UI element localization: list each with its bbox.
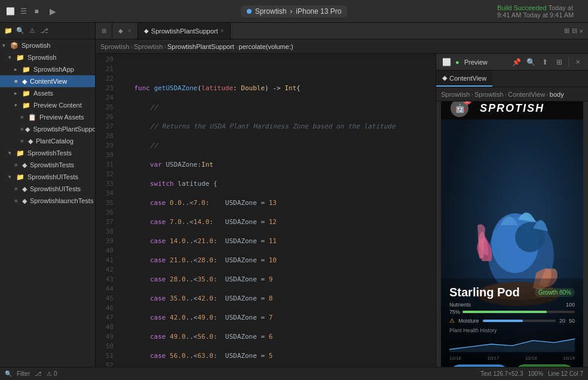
arrow-icon: ▾ <box>8 54 14 60</box>
preview-live-dot: ● <box>455 59 460 66</box>
chart-svg <box>449 335 575 353</box>
code-text[interactable]: func getUSDAZone(latitude: Double) -> In… <box>118 54 436 367</box>
sidebar-label: Sprowtish <box>27 54 56 61</box>
sep3: › <box>235 43 238 50</box>
sidebar-item-sprowtish-project[interactable]: ▾ 📦 Sprowtish <box>0 39 95 51</box>
editor-area: ⊞ ◆ × ◆ SprowtishPlantSupport × ⊞ ⊟ × Sp… <box>96 23 588 367</box>
nutrients-value-right: 100 <box>566 302 575 308</box>
sidebar-item-preview-content[interactable]: ▾ 📁 Preview Content <box>0 99 95 111</box>
build-time-value: Today at 9:41 AM <box>523 11 574 19</box>
git-icon[interactable]: ⎇ <box>39 26 49 36</box>
tab-inactive[interactable]: ◆ × <box>112 23 138 39</box>
sidebar-label: PlantCatalog <box>36 137 74 145</box>
warning-icon: ⚠ <box>449 317 455 324</box>
sidebar-item-ui-tests-file[interactable]: ■ ◆ SprowtishUITests <box>0 183 95 195</box>
phone-nav: 🤖 2 SPROTISH <box>441 102 583 119</box>
sidebar-item-ui-tests[interactable]: ▾ 📁 SprowtishUITests <box>0 171 95 183</box>
preview-content: 9:41 ▐▐▐ wifi ▮ 🤖 <box>436 102 588 367</box>
status-right: Text 126.7×52.3 100% Line 12 Col 7 <box>480 370 583 377</box>
breadcrumb-plant-support[interactable]: SprowtishPlantSupport <box>167 43 234 50</box>
preview-tab-icon: ◆ <box>442 74 447 82</box>
search-icon[interactable]: 🔍 <box>16 26 25 36</box>
pb-sep3: › <box>546 91 549 98</box>
sidebar-item-contentview[interactable]: ■ ◆ ContentView <box>0 75 95 87</box>
editor-breadcrumb: Sprowtish › Sprowtish › SprowtishPlantSu… <box>96 39 588 54</box>
sidebar-item-sprowtish-tests[interactable]: ▾ 📁 SprowtishTests <box>0 147 95 159</box>
sidebar-label: SprowtishlaunchTests <box>30 197 93 204</box>
warning-nav-icon[interactable]: ⚠ <box>27 26 37 36</box>
editor-options-icon[interactable]: ⊞ <box>564 27 569 35</box>
sidebar-item-tests-file[interactable]: ■ ◆ SprowtishTests <box>0 159 95 171</box>
pb-contentview[interactable]: ContentView <box>508 91 545 98</box>
sidebar-item-plant-support[interactable]: ■ ◆ SprowtishPlantSupport <box>0 123 95 135</box>
sidebar-toggle-icon[interactable]: ⬜ <box>5 6 16 17</box>
preview-pin-icon[interactable]: 📌 <box>511 57 522 68</box>
sidebar: 📁 🔍 ⚠ ⎇ ▾ 📦 Sprowtish ▾ 📁 Sprowtish ▸ 📁 <box>0 23 96 367</box>
pb-sep1: › <box>471 91 473 98</box>
code-editor[interactable]: 2021222324 2526272829 3031323334 3536373… <box>96 54 436 367</box>
sidebar-label: SprowtishPlantSupport <box>33 125 95 133</box>
sidebar-label: SprowtishUITests <box>30 185 81 192</box>
breadcrumb-sprowtish[interactable]: Sprowtish <box>100 43 129 50</box>
preview-settings-icon[interactable]: ⬜ <box>441 57 452 68</box>
sidebar-item-sprowtishapp[interactable]: ▸ 📁 SprowtishApp <box>0 63 95 75</box>
breadcrumb-sprowtish2[interactable]: Sprowtish <box>134 43 163 50</box>
editor-split-icon[interactable]: ⊟ <box>572 27 577 35</box>
cursor-position: Line 12 Col 7 <box>548 370 583 377</box>
tab-label: SprowtishPlantSupport <box>151 27 218 35</box>
preview-close-icon[interactable]: × <box>572 57 583 68</box>
nutrients-pct-left: 75% <box>449 309 460 315</box>
text-size: Text 126.7×52.3 <box>480 370 523 377</box>
filter-label: Filter <box>17 370 30 377</box>
preview-breadcrumb: Sprowtish › Sprowtish › ContentView › bo… <box>436 87 588 102</box>
tab-plant-support[interactable]: ◆ SprowtishPlantSupport × <box>138 23 231 39</box>
health-history-label: Plant Health History <box>449 327 575 333</box>
sidebar-item-launch-tests[interactable]: ■ ◆ SprowtishlaunchTests <box>0 195 95 207</box>
preview-inspect-icon[interactable]: 🔍 <box>525 57 536 68</box>
arrow-icon: ▾ <box>8 150 14 156</box>
preview-zoom-icon[interactable]: ⊞ <box>554 57 565 68</box>
arrow-icon: ▸ <box>14 90 20 96</box>
editor-close-icon[interactable]: × <box>580 27 583 35</box>
separator: › <box>290 7 292 16</box>
sidebar-item-assets[interactable]: ▸ 📁 Assets <box>0 87 95 99</box>
stop-icon[interactable]: ■ <box>31 6 42 17</box>
folder-icon[interactable]: 📁 <box>4 26 13 36</box>
arrow-icon: ▾ <box>2 42 8 48</box>
top-bar-left: ⬜ ☰ ■ ▶ <box>0 5 96 18</box>
sidebar-item-sprowtish-folder[interactable]: ▾ 📁 Sprowtish <box>0 51 95 63</box>
plant-name: Starling Pod <box>449 286 520 299</box>
arrow-icon: ■ <box>14 186 20 192</box>
jump-bar[interactable]: ⊞ <box>96 23 112 39</box>
sep2: › <box>164 43 166 50</box>
tab-close-icon[interactable]: × <box>128 27 131 34</box>
run-button[interactable]: ▶ <box>44 5 61 18</box>
status-left: 🔍 Filter ⎇ ⚠ 0 <box>5 370 57 377</box>
chart-dates: 10/16 10/17 10/18 10/19 <box>449 356 575 361</box>
sidebar-item-preview-assets[interactable]: ■ 📋 Preview Assets <box>0 111 95 123</box>
sep1: › <box>130 43 133 50</box>
sidebar-label: Assets <box>33 90 53 97</box>
line-numbers: 2021222324 2526272829 3031323334 3536373… <box>96 54 118 367</box>
pb-body[interactable]: body <box>550 91 564 98</box>
sidebar-label: SprowtishTests <box>30 161 74 168</box>
sidebar-tree: ▾ 📦 Sprowtish ▾ 📁 Sprowtish ▸ 📁 Sprowtis… <box>0 39 95 367</box>
pb-sprowtish2[interactable]: Sprowtish <box>474 91 503 98</box>
preview-tab-bar: ◆ ContentView <box>436 71 588 87</box>
code-content[interactable]: 2021222324 2526272829 3031323334 3536373… <box>96 54 436 367</box>
navigator-icon[interactable]: ☰ <box>18 6 29 17</box>
fertilize-button[interactable]: 🌿 Fertilize <box>514 364 575 367</box>
phone-mockup: 9:41 ▐▐▐ wifi ▮ 🤖 <box>436 102 588 367</box>
pb-sprowtish[interactable]: Sprowtish <box>441 91 470 98</box>
water-button[interactable]: 💧 Water <box>449 364 509 367</box>
preview-share-icon[interactable]: ⬆ <box>540 57 550 68</box>
nutrients-bar-bg <box>463 311 575 313</box>
scheme-selector[interactable]: Sprowtish › iPhone 13 Pro <box>241 5 348 17</box>
breadcrumb-percolate[interactable]: percolate(volume:) <box>239 43 293 50</box>
sidebar-item-plant-catalog[interactable]: ■ ◆ PlantCatalog <box>0 135 95 147</box>
tab-close-active-icon[interactable]: × <box>220 27 224 34</box>
nutrients-bar-fill <box>463 311 547 313</box>
date-2: 10/17 <box>487 356 499 361</box>
preview-tab-contentview[interactable]: ◆ ContentView <box>436 71 492 87</box>
moisture-bar-fill <box>483 320 523 322</box>
